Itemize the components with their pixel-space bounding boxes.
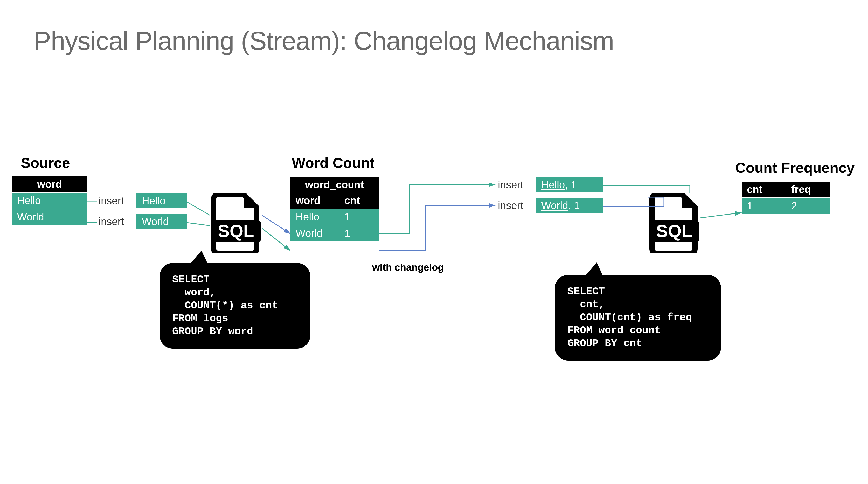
wordcount-row-1-0: World bbox=[290, 225, 339, 241]
event2-op-0: insert bbox=[498, 179, 523, 191]
event2-val-1: 1 bbox=[574, 200, 580, 211]
sql-bubble-1: SELECT word, COUNT(*) as cnt FROM logs G… bbox=[160, 263, 310, 349]
event2-chip-1: World, 1 bbox=[535, 198, 603, 213]
svg-line-7 bbox=[187, 222, 210, 226]
wordcount-col-1: cnt bbox=[339, 193, 379, 209]
source-row-0: Hello bbox=[12, 192, 87, 209]
event1-chip-1: World bbox=[136, 214, 187, 229]
source-row-1: World bbox=[12, 209, 87, 225]
slide-title: Physical Planning (Stream): Changelog Me… bbox=[34, 26, 614, 56]
source-table: word Hello World bbox=[12, 176, 87, 225]
wordcount-row-0-1: 1 bbox=[339, 209, 379, 225]
event1-op-1: insert bbox=[98, 216, 124, 228]
source-heading: Source bbox=[21, 154, 70, 171]
wordcount-caption: word_count bbox=[290, 177, 379, 193]
svg-line-8 bbox=[262, 215, 290, 234]
wordcount-table: word_count word cnt Hello 1 World 1 bbox=[290, 176, 379, 241]
event2-op-1: insert bbox=[498, 200, 523, 211]
countfreq-table: cnt freq 1 2 bbox=[742, 182, 830, 214]
sql-bubble-2: SELECT cnt, COUNT(cnt) as freq FROM word… bbox=[555, 275, 721, 361]
sql-file-icon: SQL bbox=[210, 193, 262, 253]
event2-val-0: 1 bbox=[570, 179, 576, 190]
wordcount-col-0: word bbox=[290, 193, 339, 209]
event2-key-1: World bbox=[541, 200, 568, 211]
svg-line-10 bbox=[700, 213, 741, 218]
changelog-label: with changelog bbox=[372, 262, 444, 273]
wordcount-row-1-1: 1 bbox=[339, 225, 379, 241]
svg-text:SQL: SQL bbox=[656, 221, 692, 241]
connectors bbox=[0, 0, 868, 484]
countfreq-col-0: cnt bbox=[742, 182, 786, 198]
svg-line-6 bbox=[187, 202, 210, 215]
countfreq-row-0-1: 2 bbox=[786, 198, 830, 214]
event2-key-0: Hello bbox=[541, 179, 565, 190]
wordcount-heading: Word Count bbox=[292, 154, 374, 171]
countfreq-heading: Count Frequency bbox=[735, 159, 855, 176]
svg-text:SQL: SQL bbox=[218, 221, 254, 241]
wordcount-row-0-0: Hello bbox=[290, 209, 339, 225]
countfreq-col-1: freq bbox=[786, 182, 830, 198]
event2-chip-0: Hello, 1 bbox=[535, 177, 603, 192]
svg-line-9 bbox=[262, 228, 290, 250]
source-col-word: word bbox=[12, 176, 87, 192]
event1-op-0: insert bbox=[98, 195, 124, 207]
countfreq-row-0-0: 1 bbox=[742, 198, 786, 214]
sql-file-icon-2: SQL bbox=[648, 193, 700, 253]
event1-chip-0: Hello bbox=[136, 193, 187, 208]
